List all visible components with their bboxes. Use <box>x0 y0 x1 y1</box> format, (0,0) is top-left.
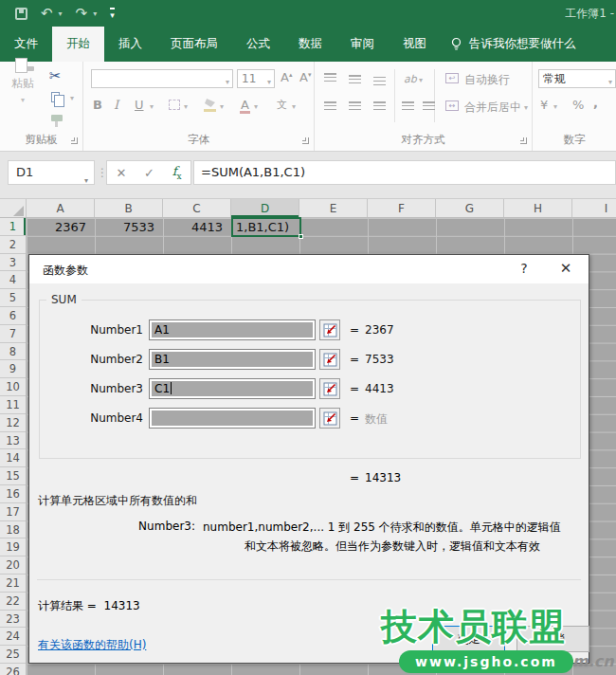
underline-dropdown-icon[interactable]: ▾ <box>150 102 154 111</box>
paste-dropdown-icon[interactable]: ▾ <box>21 96 25 104</box>
arg4-input[interactable] <box>149 408 316 429</box>
align-middle-icon[interactable] <box>349 75 361 83</box>
row-header-cell[interactable]: 2 <box>0 236 26 254</box>
row-header-cell[interactable]: 6 <box>0 307 26 325</box>
column-header-cell[interactable]: H <box>504 199 572 217</box>
redo-icon[interactable]: ↷ <box>76 7 88 21</box>
underline-button[interactable]: U <box>135 98 144 112</box>
arg1-collapse-button[interactable] <box>319 319 340 340</box>
cell-C1[interactable]: 4413 <box>163 218 231 236</box>
align-bottom-icon[interactable] <box>373 77 386 85</box>
row-header-cell[interactable]: 14 <box>0 449 26 467</box>
cancel-entry-icon[interactable]: ✕ <box>116 166 126 180</box>
row-header-cell[interactable]: 3 <box>0 254 26 272</box>
column-header-cell[interactable]: C <box>163 199 231 217</box>
cell-D1-active[interactable]: 1,B1,C1) <box>231 217 301 237</box>
row-header-cell[interactable]: 15 <box>0 467 26 485</box>
italic-button[interactable]: I <box>114 98 118 112</box>
row-header-cell[interactable]: 25 <box>0 646 26 664</box>
row-header-cell[interactable]: 13 <box>0 432 26 450</box>
arg3-collapse-button[interactable] <box>319 378 340 399</box>
font-name-combo[interactable]: ▾ <box>91 69 233 88</box>
row-header-cell[interactable]: 21 <box>0 575 26 593</box>
ribbon-tab[interactable]: 页面布局 <box>156 27 232 62</box>
fill-color-dropdown-icon[interactable]: ▾ <box>220 102 224 111</box>
font-color-icon[interactable]: A <box>241 98 249 112</box>
ribbon-tab[interactable]: 审阅 <box>336 27 389 62</box>
row-header-cell[interactable]: 22 <box>0 593 26 611</box>
column-header-cell[interactable]: G <box>436 199 504 217</box>
name-box-dropdown-icon[interactable]: ▾ <box>84 170 88 192</box>
insert-function-icon[interactable]: fx <box>172 164 182 181</box>
bold-button[interactable]: B <box>93 98 102 112</box>
column-header-cell[interactable]: E <box>299 199 368 217</box>
row-header-cell[interactable]: 18 <box>0 521 26 539</box>
align-top-icon[interactable] <box>324 73 336 82</box>
row-header-cell[interactable]: 26 <box>0 664 26 675</box>
column-header-cell[interactable]: A <box>27 199 95 217</box>
merge-center-button[interactable]: 合并后居中 <box>464 100 521 116</box>
name-box[interactable]: D1 ▾ <box>8 160 95 185</box>
dialog-close-icon[interactable]: ✕ <box>554 260 577 277</box>
font-color-dropdown-icon[interactable]: ▾ <box>254 102 258 111</box>
row-header-cell[interactable]: 17 <box>0 503 26 521</box>
tell-me-box[interactable]: 告诉我你想要做什么 <box>441 27 586 62</box>
wrap-text-button[interactable]: 自动换行 <box>464 72 510 88</box>
decrease-indent-icon[interactable] <box>402 101 414 110</box>
arg2-input[interactable]: B1 <box>149 349 316 370</box>
copy-dropdown-icon[interactable]: ▾ <box>70 94 74 102</box>
row-header-cell[interactable]: 16 <box>0 485 26 503</box>
row-header-cell[interactable]: 19 <box>0 538 26 556</box>
format-painter-icon[interactable] <box>51 115 63 121</box>
align-center-icon[interactable] <box>349 101 361 110</box>
borders-icon[interactable] <box>169 100 180 110</box>
dialog-title-bar[interactable]: 函数参数 ? ✕ <box>29 255 589 283</box>
row-header-cell[interactable]: 11 <box>0 396 26 414</box>
merge-center-icon[interactable]: ↔ <box>445 100 459 111</box>
arg1-input[interactable]: A1 <box>149 319 316 340</box>
ribbon-tab[interactable]: 公式 <box>232 27 284 62</box>
ribbon-tab[interactable]: 文件 <box>0 27 52 62</box>
merge-dropdown-icon[interactable]: ▾ <box>524 103 528 112</box>
row-header-cell[interactable]: 4 <box>0 271 26 289</box>
row-header-cell[interactable]: 8 <box>0 343 26 361</box>
formula-input[interactable]: =SUM(A1,B1,C1) <box>193 160 616 185</box>
arg2-collapse-button[interactable] <box>319 349 340 370</box>
font-dialog-launcher-icon[interactable] <box>302 137 309 144</box>
row-header-cell[interactable]: 9 <box>0 360 26 378</box>
orientation-icon[interactable]: ab <box>404 73 417 85</box>
cell-A1[interactable]: 2367 <box>27 218 95 236</box>
alignment-dialog-launcher-icon[interactable] <box>520 137 527 144</box>
borders-dropdown-icon[interactable]: ▾ <box>184 102 188 111</box>
font-size-dropdown-icon[interactable]: ▾ <box>267 74 271 91</box>
paste-button[interactable]: 粘贴 ▾ <box>6 69 40 105</box>
accounting-dropdown-icon[interactable]: ▾ <box>553 102 557 111</box>
dialog-help-icon[interactable]: ? <box>515 261 534 276</box>
number-format-dropdown-icon[interactable]: ▾ <box>608 74 612 91</box>
arg3-input[interactable]: C1 <box>149 378 316 399</box>
wrap-text-icon[interactable]: ↩ <box>445 73 459 83</box>
enter-entry-icon[interactable]: ✓ <box>144 166 154 180</box>
undo-dropdown-icon[interactable]: ▾ <box>59 9 63 18</box>
align-left-icon[interactable] <box>324 101 336 110</box>
cancel-button[interactable]: 取消 <box>516 626 589 652</box>
row-header-cell[interactable]: 20 <box>0 556 26 575</box>
column-header-cell[interactable]: F <box>368 199 436 217</box>
increase-indent-icon[interactable] <box>423 101 435 110</box>
fill-color-icon[interactable] <box>205 99 215 107</box>
align-right-icon[interactable] <box>373 101 386 110</box>
column-header-cell[interactable]: I <box>572 199 616 217</box>
number-format-combo[interactable]: 常规 ▾ <box>538 69 616 88</box>
orientation-dropdown-icon[interactable]: ▾ <box>419 76 423 84</box>
arg4-collapse-button[interactable] <box>319 408 340 429</box>
ribbon-tab[interactable]: 数据 <box>284 27 336 62</box>
comma-style-icon[interactable]: , <box>593 96 598 110</box>
row-header-cell[interactable]: 1 <box>0 218 26 236</box>
row-header-cell[interactable]: 10 <box>0 378 26 396</box>
row-header-cell[interactable]: 7 <box>0 325 26 343</box>
cut-icon[interactable]: ✂ <box>49 67 62 84</box>
select-all-corner[interactable] <box>0 199 27 218</box>
row-header-cell[interactable]: 24 <box>0 628 26 646</box>
row-header-cell[interactable]: 12 <box>0 414 26 432</box>
copy-icon[interactable] <box>51 92 60 102</box>
